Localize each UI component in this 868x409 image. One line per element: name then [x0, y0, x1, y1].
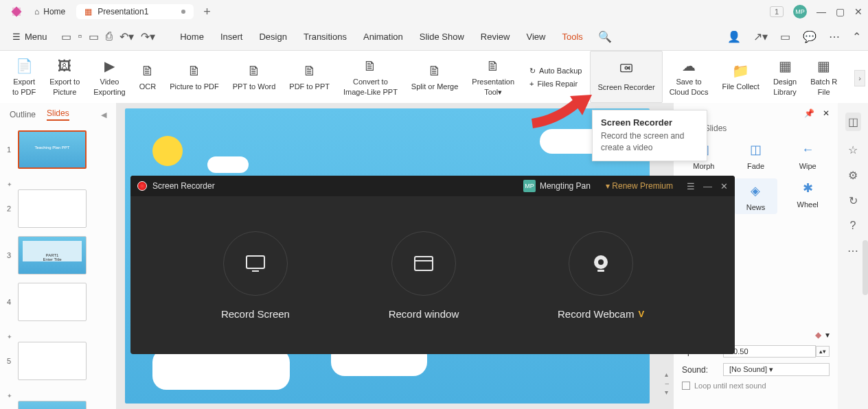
print-icon[interactable]: ⎙: [106, 30, 113, 43]
tab-review[interactable]: Review: [481, 32, 510, 42]
thumbs-scrollbar[interactable]: [863, 240, 868, 295]
next-slide-icon[interactable]: ▾: [665, 388, 669, 396]
effect-dropdown[interactable]: ▾: [825, 330, 830, 340]
recorder-logo-icon: [137, 181, 147, 191]
recorder-minimize-button[interactable]: —: [703, 181, 712, 191]
pdf-to-ppt-button[interactable]: 🗎 PDF to PPT: [282, 51, 336, 103]
rail-help-icon[interactable]: ?: [850, 220, 856, 232]
open-icon[interactable]: ▭: [61, 30, 71, 43]
undo-icon[interactable]: ↶▾: [119, 30, 134, 43]
tab-home[interactable]: ⌂ Home: [27, 4, 72, 19]
file-collect-button[interactable]: 📁 File Collect: [716, 51, 766, 103]
export-pdf-label: Export to PDF: [12, 77, 36, 97]
record-window-option[interactable]: Record window: [389, 231, 459, 320]
collapse-ribbon-icon[interactable]: ⌃: [852, 30, 861, 43]
menu-button[interactable]: ☰ Menu: [7, 29, 53, 45]
rail-panel-icon[interactable]: ◫: [845, 113, 861, 131]
transition-wipe[interactable]: ←Wipe: [786, 140, 830, 170]
ocr-button[interactable]: 🗎 OCR: [133, 51, 163, 103]
slide-thumb-2[interactable]: [18, 189, 87, 228]
cloud-icon[interactable]: ▭: [780, 30, 790, 43]
maximize-button[interactable]: ▢: [836, 6, 845, 17]
video-export-button[interactable]: ▶ Video Exporting: [87, 51, 132, 103]
more-icon[interactable]: ⋯: [829, 30, 840, 43]
ocr-label: OCR: [139, 82, 156, 91]
batch-button[interactable]: ▦ Batch R File: [803, 51, 844, 103]
ppt-to-word-button[interactable]: 🗎 PPT to Word: [226, 51, 283, 103]
files-repair-button[interactable]: +Files Repair: [529, 80, 582, 88]
record-screen-option[interactable]: Record Screen: [221, 231, 290, 320]
transition-wheel[interactable]: ✱Wheel: [786, 178, 830, 214]
save-icon[interactable]: ▫: [78, 30, 82, 43]
user-avatar[interactable]: MP: [793, 5, 807, 19]
tab-animation[interactable]: Animation: [363, 32, 403, 42]
pin-icon[interactable]: 📌: [804, 108, 814, 118]
recorder-close-button[interactable]: ✕: [720, 181, 728, 191]
user-icon[interactable]: 👤: [727, 30, 741, 43]
panel-collapse-icon[interactable]: ◀: [101, 110, 106, 119]
picture-to-pdf-button[interactable]: 🗎 Picture to PDF: [163, 51, 226, 103]
rail-more-icon[interactable]: ⋯: [847, 244, 858, 257]
chat-icon[interactable]: 💬: [803, 30, 816, 43]
hamburger-icon: ☰: [12, 32, 21, 42]
renew-premium-button[interactable]: ▾ Renew Premium: [606, 181, 673, 191]
batch-icon: ▦: [817, 57, 830, 75]
slide-thumb-3[interactable]: PART1Enter Title: [18, 236, 87, 274]
transition-fade[interactable]: ◫Fade: [734, 140, 778, 170]
share-icon[interactable]: ↗▾: [753, 30, 768, 43]
tutorial-arrow-icon: [529, 89, 597, 130]
slide-thumb-4[interactable]: [18, 283, 87, 321]
rail-settings-icon[interactable]: ⚙: [848, 169, 858, 182]
tab-view[interactable]: View: [526, 32, 545, 42]
outline-tab[interactable]: Outline: [10, 110, 36, 119]
saveas-icon[interactable]: ▭: [89, 30, 99, 43]
tab-tools[interactable]: Tools: [562, 32, 582, 42]
speed-stepper[interactable]: ▴▾: [816, 346, 830, 357]
split-merge-button[interactable]: 🗎 Split or Merge: [404, 51, 465, 103]
split-merge-label: Split or Merge: [411, 82, 458, 91]
screen-recorder-button[interactable]: Screen Recorder: [590, 51, 662, 103]
speed-input[interactable]: 00.50: [723, 345, 816, 358]
slide-thumb-1[interactable]: Teaching Plan PPT: [18, 130, 87, 169]
auto-backup-button[interactable]: ↻Auto Backup: [529, 67, 582, 75]
rail-history-icon[interactable]: ↻: [849, 194, 858, 207]
tab-insert[interactable]: Insert: [220, 32, 243, 42]
search-icon[interactable]: 🔍: [598, 30, 612, 43]
close-panel-icon[interactable]: ✕: [823, 108, 830, 118]
presentation-tool-button[interactable]: 🗎 Presentation Tool▾: [465, 51, 521, 103]
convert-image-ppt-button[interactable]: 🗎 Convert to Image-Like PPT: [336, 51, 404, 103]
tab-add-button[interactable]: +: [203, 5, 211, 19]
tab-home-ribbon[interactable]: Home: [180, 32, 204, 42]
tab-document[interactable]: ▦ Presentation1: [76, 4, 194, 19]
thumb-number: 5: [7, 357, 14, 365]
auto-backup-label: Auto Backup: [539, 67, 582, 75]
tab-design[interactable]: Design: [259, 32, 286, 42]
save-cloud-button[interactable]: ☁ Save to Cloud Docs: [663, 51, 716, 103]
save-cloud-label: Save to Cloud Docs: [670, 77, 709, 97]
sound-select[interactable]: [No Sound] ▾: [723, 363, 830, 376]
export-picture-button[interactable]: 🖼 Export to Picture: [43, 51, 87, 103]
close-button[interactable]: ✕: [854, 6, 863, 17]
prev-slide-icon[interactable]: ▴: [665, 371, 669, 378]
redo-icon[interactable]: ↷▾: [141, 30, 155, 43]
app-logo-icon: [10, 5, 23, 19]
slide-thumb-6[interactable]: PART2: [18, 401, 87, 409]
tab-transitions[interactable]: Transitions: [304, 32, 347, 42]
repair-icon: +: [529, 80, 534, 88]
ribbon-scroll-right[interactable]: ›: [854, 70, 865, 86]
transition-news[interactable]: ◈News: [734, 178, 778, 214]
video-export-label: Video Exporting: [93, 77, 125, 97]
record-webcam-option[interactable]: Record WebcamV: [558, 231, 644, 320]
ribbon-tabs: Home Insert Design Transitions Animation…: [180, 32, 583, 42]
slides-tab[interactable]: Slides: [47, 108, 69, 121]
convert-label: Convert to Image-Like PPT: [343, 77, 398, 97]
tab-slideshow[interactable]: Slide Show: [420, 32, 464, 42]
minimize-button[interactable]: —: [816, 6, 826, 17]
counter-badge[interactable]: 1: [770, 6, 784, 17]
design-library-button[interactable]: ▦ Design Library: [766, 51, 803, 103]
slide-thumb-5[interactable]: [18, 342, 87, 380]
recorder-menu-icon[interactable]: ☰: [687, 181, 695, 191]
loop-checkbox[interactable]: [682, 382, 690, 390]
export-pdf-button[interactable]: 📄 Export to PDF: [5, 51, 43, 103]
rail-star-icon[interactable]: ☆: [848, 143, 858, 156]
